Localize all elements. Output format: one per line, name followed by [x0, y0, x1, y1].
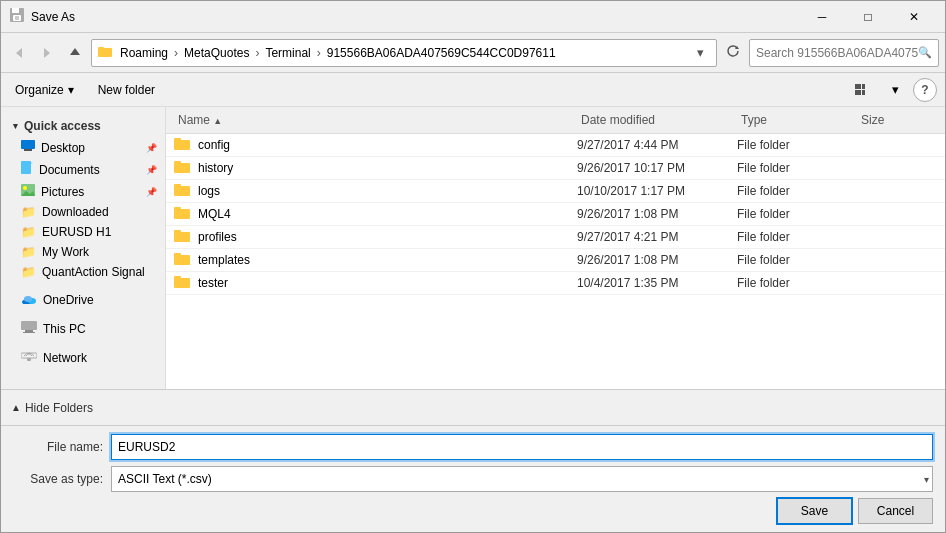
address-part-terminal[interactable]: Terminal — [261, 44, 314, 62]
save-as-type-label: Save as type: — [13, 472, 103, 486]
address-toolbar: Roaming › MetaQuotes › Terminal › 915566… — [1, 33, 945, 73]
organize-button[interactable]: Organize ▾ — [9, 77, 80, 103]
table-row[interactable]: logs 10/10/2017 1:17 PM File folder — [166, 180, 945, 203]
thispc-icon — [21, 321, 37, 336]
sidebar-item-label-downloaded: Downloaded — [42, 205, 109, 219]
up-button[interactable] — [63, 41, 87, 65]
svg-rect-42 — [174, 276, 181, 280]
sidebar-item-label-network: Network — [43, 351, 87, 365]
minimize-button[interactable]: ─ — [799, 1, 845, 33]
svg-marker-5 — [44, 48, 50, 58]
file-name: profiles — [198, 230, 237, 244]
save-as-type-select[interactable]: ASCII Text (*.csv) — [111, 466, 933, 492]
onedrive-section: OneDrive — [1, 286, 165, 314]
sort-arrow: ▲ — [213, 116, 222, 126]
new-folder-button[interactable]: New folder — [92, 77, 161, 103]
file-type: File folder — [737, 276, 857, 290]
address-bar[interactable]: Roaming › MetaQuotes › Terminal › 915566… — [91, 39, 717, 67]
svg-rect-3 — [15, 16, 19, 20]
col-header-name[interactable]: Name ▲ — [174, 111, 577, 129]
table-row[interactable]: templates 9/26/2017 1:08 PM File folder — [166, 249, 945, 272]
svg-marker-17 — [31, 161, 33, 164]
folder-icon — [174, 252, 190, 268]
chevron-up-icon: ▲ — [11, 402, 21, 413]
cancel-button[interactable]: Cancel — [858, 498, 933, 524]
table-row[interactable]: tester 10/4/2017 1:35 PM File folder — [166, 272, 945, 295]
file-name-cell: logs — [174, 183, 577, 199]
address-part-guid[interactable]: 915566BA06ADA407569C544CC0D97611 — [323, 44, 560, 62]
sidebar-item-downloaded[interactable]: 📁 Downloaded — [1, 202, 165, 222]
table-row[interactable]: config 9/27/2017 4:44 PM File folder — [166, 134, 945, 157]
sidebar-item-label-eurusd: EURUSD H1 — [42, 225, 111, 239]
folder-icon — [174, 229, 190, 245]
svg-point-19 — [23, 186, 27, 190]
search-input[interactable] — [756, 46, 918, 60]
toolbar-right: ▾ ? — [849, 77, 937, 103]
sidebar-item-thispc[interactable]: This PC — [1, 318, 165, 339]
file-name-cell: config — [174, 137, 577, 153]
svg-rect-12 — [855, 90, 861, 95]
sidebar-item-network[interactable]: Network — [1, 347, 165, 368]
file-date: 9/27/2017 4:44 PM — [577, 138, 737, 152]
sidebar-item-quantaction[interactable]: 📁 QuantAction Signal — [1, 262, 165, 282]
title-bar: Save As ─ □ ✕ — [1, 1, 945, 33]
forward-button[interactable] — [35, 41, 59, 65]
save-as-dialog: Save As ─ □ ✕ Roaming › MetaQuotes › — [0, 0, 946, 533]
svg-rect-14 — [21, 140, 35, 149]
sidebar-item-pictures[interactable]: Pictures 📌 — [1, 181, 165, 202]
svg-rect-16 — [21, 161, 31, 174]
sidebar-item-label-quantaction: QuantAction Signal — [42, 265, 145, 279]
address-part-metaquotes[interactable]: MetaQuotes — [180, 44, 253, 62]
sidebar-item-label-onedrive: OneDrive — [43, 293, 94, 307]
maximize-button[interactable]: □ — [845, 1, 891, 33]
svg-rect-32 — [174, 161, 181, 165]
col-header-date[interactable]: Date modified — [577, 111, 737, 129]
svg-rect-1 — [12, 8, 19, 13]
view-options-button[interactable] — [849, 77, 877, 103]
sidebar-item-label-pictures: Pictures — [41, 185, 84, 199]
file-name-row: File name: — [13, 434, 933, 460]
file-name-label: File name: — [13, 440, 103, 454]
sidebar-item-eurusd[interactable]: 📁 EURUSD H1 — [1, 222, 165, 242]
back-button[interactable] — [7, 41, 31, 65]
table-row[interactable]: history 9/26/2017 10:17 PM File folder — [166, 157, 945, 180]
col-header-size[interactable]: Size — [857, 111, 937, 129]
sidebar-item-onedrive[interactable]: OneDrive — [1, 290, 165, 310]
help-button[interactable]: ? — [913, 78, 937, 102]
col-header-type[interactable]: Type — [737, 111, 857, 129]
file-name: config — [198, 138, 230, 152]
sidebar-item-documents[interactable]: Documents 📌 — [1, 158, 165, 181]
svg-marker-4 — [16, 48, 22, 58]
documents-icon — [21, 161, 33, 178]
folder-icon — [174, 206, 190, 222]
table-row[interactable]: profiles 9/27/2017 4:21 PM File folder — [166, 226, 945, 249]
organize-dropdown-icon: ▾ — [68, 83, 74, 97]
sidebar-item-desktop[interactable]: Desktop 📌 — [1, 137, 165, 158]
file-type: File folder — [737, 253, 857, 267]
address-part-roaming[interactable]: Roaming — [116, 44, 172, 62]
pin-icon-desktop: 📌 — [146, 143, 157, 153]
svg-marker-6 — [70, 48, 80, 55]
file-date: 10/10/2017 1:17 PM — [577, 184, 737, 198]
file-name: MQL4 — [198, 207, 231, 221]
close-button[interactable]: ✕ — [891, 1, 937, 33]
view-dropdown-button[interactable]: ▾ — [881, 77, 909, 103]
file-name-input[interactable] — [111, 434, 933, 460]
table-row[interactable]: MQL4 9/26/2017 1:08 PM File folder — [166, 203, 945, 226]
address-dropdown-button[interactable]: ▾ — [690, 40, 710, 66]
desktop-icon — [21, 140, 35, 155]
svg-rect-24 — [21, 321, 37, 330]
hide-folders-button[interactable]: ▲ Hide Folders — [9, 399, 95, 417]
svg-rect-8 — [98, 47, 104, 50]
footer-form: File name: Save as type: ASCII Text (*.c… — [1, 425, 945, 532]
network-section: Network — [1, 343, 165, 372]
svg-rect-25 — [25, 330, 33, 332]
folder-icon-small — [98, 45, 112, 60]
sidebar-item-mywork[interactable]: 📁 My Work — [1, 242, 165, 262]
refresh-button[interactable] — [721, 39, 745, 67]
thispc-section: This PC — [1, 314, 165, 343]
save-button[interactable]: Save — [777, 498, 852, 524]
quick-access-label: Quick access — [24, 119, 101, 133]
svg-rect-26 — [23, 332, 35, 333]
mywork-icon: 📁 — [21, 245, 36, 259]
